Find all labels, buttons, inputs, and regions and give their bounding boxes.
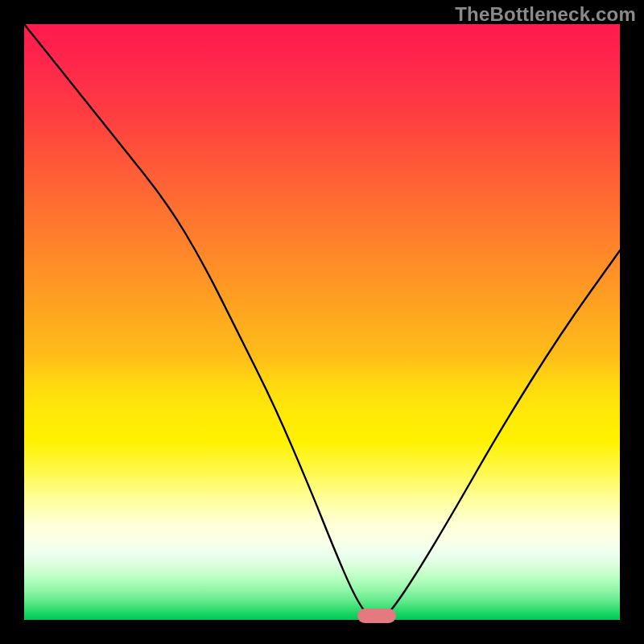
bottleneck-curve — [24, 24, 620, 620]
optimum-marker — [357, 609, 396, 623]
watermark-text: TheBottleneck.com — [455, 3, 636, 26]
chart-frame: TheBottleneck.com — [0, 0, 644, 644]
plot-area — [24, 24, 620, 620]
